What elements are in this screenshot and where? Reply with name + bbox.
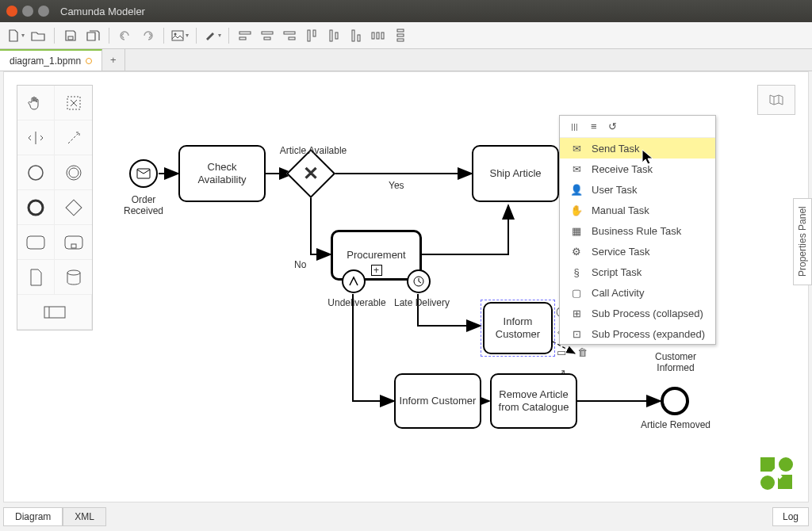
palette-task[interactable] — [17, 225, 55, 260]
start-event-label: Order Received — [110, 194, 177, 216]
task-remove-article[interactable]: Remove Article from Catalogue — [490, 373, 577, 429]
menu-item-subprocess-collapsed[interactable]: ⊞Sub Process (collapsed) — [560, 303, 715, 323]
gateway-article-available[interactable]: ✕ — [293, 156, 328, 191]
menu-item-manual-task[interactable]: ✋Manual Task — [560, 200, 715, 220]
menu-item-business-rule-task[interactable]: ▦Business Rule Task — [560, 220, 715, 241]
menu-item-script-task[interactable]: §Script Task — [560, 262, 715, 282]
palette-intermediate-event[interactable] — [55, 155, 92, 190]
svg-rect-8 — [289, 37, 295, 40]
filter-loop-icon[interactable]: ↺ — [608, 120, 617, 132]
minimize-icon[interactable] — [22, 6, 33, 17]
svg-rect-7 — [284, 32, 295, 34]
subprocess-collapsed-icon: ⊞ — [569, 307, 584, 319]
properties-panel-toggle[interactable]: Properties Panel — [793, 198, 812, 285]
subprocess-procurement[interactable]: Procurement + — [331, 230, 422, 281]
menu-item-call-activity[interactable]: ▢Call Activity — [560, 282, 715, 303]
tool-palette — [17, 85, 93, 330]
canvas-viewport[interactable]: Order Received Check Availability ✕ Arti… — [3, 71, 809, 502]
main-toolbar: ▾ ▾ ▾ — [0, 22, 812, 49]
align-top-button[interactable] — [302, 26, 321, 45]
title-bar: Camunda Modeler — [0, 0, 812, 22]
end-event-article-removed[interactable] — [661, 387, 689, 415]
menu-label: Business Rule Task — [592, 225, 681, 237]
pad-delete-icon[interactable]: 🗑 — [573, 343, 591, 361]
separator — [163, 28, 164, 44]
menu-label: Script Task — [592, 266, 642, 278]
palette-data-store[interactable] — [55, 260, 92, 295]
align-bottom-button[interactable] — [347, 26, 366, 45]
palette-end-event[interactable] — [17, 190, 55, 225]
svg-point-41 — [779, 457, 793, 472]
svg-rect-19 — [397, 34, 404, 36]
task-label: Inform Customer — [394, 373, 481, 429]
distribute-h-button[interactable] — [369, 26, 388, 45]
new-file-button[interactable]: ▾ — [6, 26, 25, 45]
filter-list-icon[interactable]: ≡ — [591, 120, 597, 132]
menu-label: Send Task — [592, 143, 639, 155]
align-middle-v-button[interactable] — [324, 26, 343, 45]
palette-data-object[interactable] — [17, 260, 55, 295]
svg-rect-9 — [308, 30, 310, 41]
align-center-h-button[interactable] — [258, 26, 277, 45]
open-file-button[interactable] — [29, 26, 48, 45]
redo-button[interactable] — [138, 26, 157, 45]
undo-button[interactable] — [116, 26, 135, 45]
menu-item-receive-task[interactable]: ✉Receive Task — [560, 159, 715, 179]
svg-rect-3 — [239, 32, 251, 34]
task-check-availability[interactable]: Check Availability — [178, 145, 266, 202]
flow-label-yes: Yes — [389, 180, 404, 191]
svg-rect-18 — [397, 29, 404, 32]
menu-label: Call Activity — [592, 287, 644, 299]
pad-append-task-icon[interactable]: ▭ — [553, 343, 570, 361]
save-all-button[interactable] — [83, 26, 102, 45]
palette-subprocess[interactable] — [55, 225, 92, 260]
maximize-icon[interactable] — [38, 6, 49, 17]
align-right-button[interactable] — [280, 26, 299, 45]
distribute-v-button[interactable] — [391, 26, 410, 45]
boundary-undeliverable[interactable] — [342, 269, 366, 293]
align-left-button[interactable] — [236, 26, 255, 45]
tab-label: diagram_1.bpmn — [10, 55, 81, 67]
svg-point-29 — [29, 166, 43, 180]
manual-task-icon: ✋ — [569, 204, 584, 216]
color-button[interactable]: ▾ — [203, 26, 222, 45]
palette-lasso-tool[interactable] — [55, 86, 92, 120]
menu-item-service-task[interactable]: ⚙Service Task — [560, 241, 715, 262]
task-inform-customer-1[interactable]: Inform Customer — [481, 300, 555, 357]
svg-point-37 — [67, 270, 80, 275]
separator — [196, 28, 197, 44]
menu-item-user-task[interactable]: 👤User Task — [560, 179, 715, 200]
export-image-button[interactable]: ▾ — [170, 26, 190, 45]
task-type-context-menu: ⫼ ≡ ↺ ✉Send Task ✉Receive Task 👤User Tas… — [559, 115, 716, 345]
svg-rect-11 — [330, 30, 332, 41]
palette-connect-tool[interactable] — [55, 120, 92, 155]
expand-marker-icon: + — [371, 265, 382, 276]
svg-point-42 — [760, 476, 775, 490]
tab-diagram1[interactable]: diagram_1.bpmn — [0, 49, 102, 71]
view-tab-diagram[interactable]: Diagram — [3, 507, 63, 526]
send-task-icon: ✉ — [569, 142, 584, 155]
task-ship-article[interactable]: Ship Article — [472, 145, 559, 202]
svg-rect-10 — [313, 30, 316, 36]
start-event-order-received[interactable] — [129, 159, 158, 188]
menu-item-send-task[interactable]: ✉Send Task — [560, 138, 715, 159]
palette-start-event[interactable] — [17, 155, 55, 190]
svg-rect-12 — [335, 32, 338, 39]
close-icon[interactable] — [6, 6, 17, 17]
task-inform-customer-2[interactable]: Inform Customer — [394, 373, 481, 429]
svg-rect-13 — [352, 30, 354, 41]
palette-gateway[interactable] — [55, 190, 92, 225]
palette-participant[interactable] — [17, 295, 92, 330]
add-tab-button[interactable]: + — [102, 49, 125, 71]
palette-space-tool[interactable] — [17, 120, 55, 155]
task-label: Check Availability — [178, 145, 266, 202]
svg-rect-38 — [44, 307, 65, 318]
view-tab-xml[interactable]: XML — [63, 507, 106, 526]
boundary-late-delivery[interactable] — [407, 269, 431, 293]
save-button[interactable] — [61, 26, 80, 45]
filter-parallel-icon[interactable]: ⫼ — [569, 120, 580, 132]
minimap-toggle[interactable] — [757, 85, 795, 115]
palette-hand-tool[interactable] — [17, 86, 55, 120]
log-button[interactable]: Log — [772, 507, 809, 526]
menu-item-subprocess-expanded[interactable]: ⊡Sub Process (expanded) — [560, 323, 715, 344]
